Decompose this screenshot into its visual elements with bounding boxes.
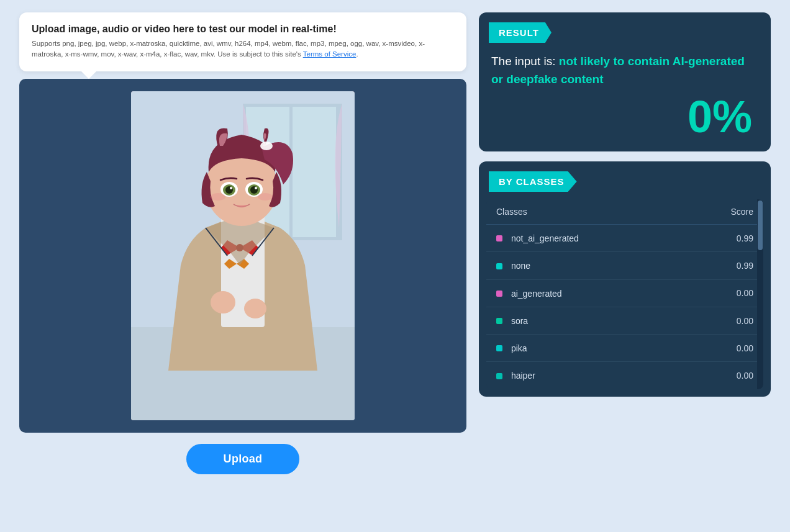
- class-color-indicator: [496, 291, 502, 297]
- classes-table-wrapper[interactable]: Classes Score not_ai_generated 0.99 none: [486, 199, 763, 389]
- svg-point-19: [258, 193, 273, 201]
- class-name-label: sora: [511, 316, 528, 326]
- upload-title: Upload image, audio or video here to tes…: [32, 24, 454, 35]
- svg-point-17: [255, 187, 257, 189]
- class-name-label: haiper: [511, 371, 535, 381]
- left-panel: Upload image, audio or video here to tes…: [19, 12, 466, 480]
- class-score-cell: 0.99: [682, 225, 763, 252]
- scrollbar[interactable]: [757, 199, 763, 389]
- anime-image: [131, 91, 355, 420]
- class-name-label: none: [511, 261, 530, 271]
- class-name-cell: pika: [486, 335, 682, 362]
- class-score-cell: 0.99: [682, 252, 763, 279]
- class-color-indicator: [496, 373, 502, 379]
- right-panel: RESULT The input is: not likely to conta…: [479, 12, 771, 397]
- table-row: pika 0.00: [486, 335, 763, 362]
- table-row: haiper 0.00: [486, 362, 763, 389]
- table-row: none 0.99: [486, 252, 763, 279]
- class-score-cell: 0.00: [682, 335, 763, 362]
- class-color-indicator: [496, 345, 502, 351]
- upload-tooltip: Upload image, audio or video here to tes…: [19, 12, 466, 71]
- class-name-cell: ai_generated: [486, 279, 682, 307]
- class-score-cell: 0.00: [682, 279, 763, 307]
- class-score-cell: 0.00: [682, 307, 763, 334]
- result-text-prefix: The input is:: [491, 55, 559, 68]
- tos-link[interactable]: Terms of Service: [303, 50, 356, 58]
- class-name-cell: not_ai_generated: [486, 225, 682, 252]
- class-color-indicator: [496, 318, 502, 324]
- result-card: RESULT The input is: not likely to conta…: [479, 12, 771, 151]
- svg-point-18: [211, 193, 225, 201]
- table-row: ai_generated 0.00: [486, 279, 763, 307]
- col-header-score: Score: [682, 199, 763, 225]
- result-header: RESULT: [489, 22, 552, 43]
- table-row: sora 0.00: [486, 307, 763, 334]
- class-name-cell: haiper: [486, 362, 682, 389]
- upload-button[interactable]: Upload: [186, 444, 300, 474]
- by-classes-card: BY CLASSES Classes Score: [479, 161, 771, 397]
- by-classes-header: BY CLASSES: [489, 171, 577, 192]
- class-score-cell: 0.00: [682, 362, 763, 389]
- class-name-label: not_ai_generated: [511, 233, 579, 243]
- col-header-classes: Classes: [486, 199, 682, 225]
- class-color-indicator: [496, 263, 502, 269]
- upload-formats: Supports png, jpeg, jpg, webp, x-matrosk…: [32, 38, 454, 60]
- class-name-label: pika: [511, 343, 527, 353]
- class-name-cell: sora: [486, 307, 682, 334]
- svg-point-9: [260, 142, 273, 150]
- class-name-label: ai_generated: [511, 289, 562, 299]
- result-text: The input is: not likely to contain AI-g…: [491, 53, 758, 88]
- classes-table: Classes Score not_ai_generated 0.99 none: [486, 199, 763, 389]
- image-display-area: [19, 79, 466, 433]
- result-percentage: 0%: [491, 94, 758, 139]
- scroll-thumb[interactable]: [758, 201, 763, 250]
- svg-rect-3: [293, 107, 336, 237]
- classes-table-container: Classes Score not_ai_generated 0.99 none: [486, 199, 763, 389]
- class-color-indicator: [496, 235, 502, 241]
- table-row: not_ai_generated 0.99: [486, 225, 763, 252]
- upload-button-container: Upload: [19, 433, 466, 480]
- result-body: The input is: not likely to contain AI-g…: [479, 43, 771, 151]
- svg-point-21: [244, 299, 266, 318]
- svg-point-16: [230, 187, 232, 189]
- class-name-cell: none: [486, 252, 682, 279]
- svg-point-20: [211, 291, 235, 313]
